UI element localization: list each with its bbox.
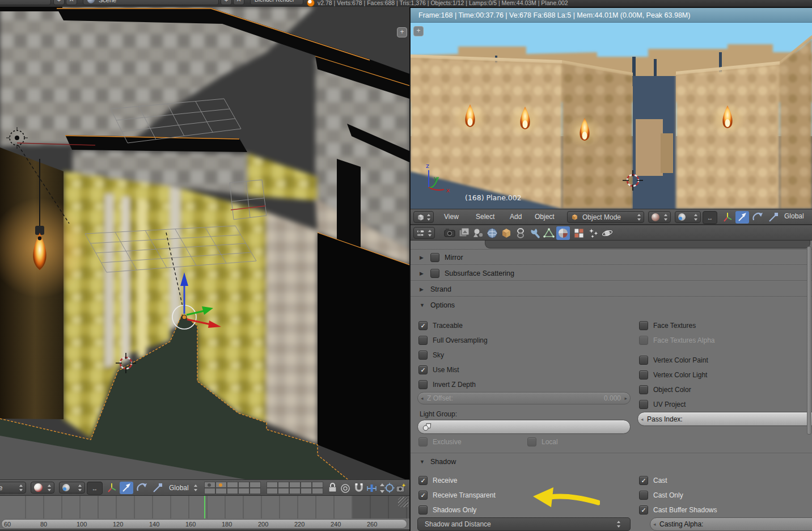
z-offset-slider[interactable]: Z Offset: 0.000 — [417, 392, 631, 404]
checkbox-sky[interactable]: Sky — [418, 348, 444, 363]
checkbox-icon[interactable] — [639, 491, 648, 500]
checkbox-icon[interactable] — [418, 380, 428, 389]
tab-physics[interactable] — [602, 230, 612, 237]
proportional-edit-icon[interactable] — [341, 484, 349, 492]
layer-cell[interactable] — [267, 488, 278, 494]
menu-view[interactable]: View — [444, 213, 459, 221]
area-divider[interactable] — [409, 7, 411, 531]
scene-dropdown[interactable]: Scene — [83, 0, 219, 5]
editor-type-button[interactable] — [413, 211, 434, 223]
tab-texture[interactable] — [574, 229, 583, 238]
layer-cell[interactable] — [238, 482, 249, 488]
menu-select[interactable]: Select — [476, 213, 494, 221]
menu-add[interactable]: Add — [510, 213, 522, 221]
screen-layout-dropdown[interactable]: Default — [0, 0, 51, 5]
panel-options[interactable]: ▼ Options — [420, 298, 455, 313]
panel-subsurface-scattering[interactable]: ▶ Subsurface Scattering — [420, 266, 514, 281]
checkbox-icon[interactable] — [418, 476, 428, 485]
checkbox-receive[interactable]: Receive — [418, 473, 457, 488]
layer-cell[interactable] — [215, 488, 227, 494]
scrollbar[interactable] — [807, 246, 811, 435]
checkbox-object-color[interactable]: Object Color — [639, 382, 691, 397]
layer-cell[interactable] — [227, 488, 238, 494]
layer-grid-2[interactable] — [267, 482, 323, 494]
layer-cell[interactable] — [289, 488, 301, 494]
tab-material-active[interactable] — [556, 226, 570, 240]
editor-type-button-props[interactable] — [413, 227, 435, 239]
checkbox-icon[interactable] — [418, 491, 428, 500]
panel-shadow[interactable]: ▼ Shadow — [420, 454, 456, 469]
orientation-dropdown-left[interactable]: Global — [169, 482, 200, 494]
manipulate-center-points-button-left[interactable]: ↔ — [87, 482, 103, 495]
shadow-method-dropdown[interactable]: Shadow and Distance — [417, 517, 631, 531]
snap-magnet-icon[interactable] — [356, 483, 363, 491]
add-layout-button[interactable]: + — [53, 0, 65, 5]
manipulator-buttons[interactable] — [721, 211, 782, 224]
tab-render[interactable] — [445, 229, 455, 237]
checkbox-icon[interactable] — [418, 365, 428, 374]
checkbox-icon[interactable] — [527, 437, 536, 446]
layer-cell[interactable] — [227, 482, 238, 488]
light-group-field[interactable] — [417, 420, 631, 434]
layer-cell[interactable] — [278, 488, 289, 494]
checkbox-icon[interactable] — [639, 385, 648, 394]
checkbox-receive-transparent[interactable]: Receive Transparent — [418, 488, 496, 503]
checkbox-icon[interactable] — [639, 476, 648, 485]
layer-cell[interactable] — [204, 482, 215, 488]
layer-cell[interactable] — [301, 482, 312, 488]
checkbox-icon[interactable] — [639, 356, 648, 365]
layer-cell[interactable] — [249, 482, 261, 488]
tab-render-layers[interactable] — [459, 228, 469, 237]
snap-element-icon[interactable] — [367, 484, 376, 492]
checkbox-shadows-only[interactable]: Shadows Only — [418, 503, 476, 517]
viewport-shading-dropdown[interactable] — [648, 211, 671, 223]
chevron-right-icon[interactable]: ▶ — [420, 255, 425, 260]
lock-to-scene-icon[interactable] — [329, 483, 336, 492]
chevron-down-icon[interactable]: ▼ — [420, 459, 425, 465]
manipulator-buttons-left[interactable] — [105, 482, 166, 494]
snap-center-icon[interactable] — [384, 483, 395, 493]
timeline-editor[interactable]: 6080100120140160180200220240260 — [0, 496, 409, 531]
tab-world[interactable] — [488, 229, 497, 238]
close-layout-button[interactable]: ✕ — [66, 0, 77, 5]
viewport-rendered[interactable]: z y x (168) Plane.002 — [410, 23, 812, 209]
checkbox-icon[interactable] — [639, 370, 648, 380]
render-engine-dropdown[interactable]: Blender Render — [250, 0, 303, 5]
checkbox-invert-z-depth[interactable]: Invert Z Depth — [418, 377, 476, 392]
checkbox-face-textures-alpha[interactable]: Face Textures Alpha — [639, 333, 715, 348]
layer-cell[interactable] — [301, 488, 312, 494]
layer-cell[interactable] — [204, 488, 215, 494]
layer-cell[interactable] — [289, 482, 301, 488]
casting-alpha-field[interactable]: Casting Alpha: — [650, 517, 812, 531]
render-viewport-add-region-button[interactable]: + — [413, 26, 424, 36]
scale-manipulator-button[interactable] — [769, 213, 778, 221]
checkbox-face-textures[interactable]: Face Textures — [639, 318, 696, 333]
mode-dropdown[interactable]: Object Mode — [567, 211, 644, 223]
tab-constraints[interactable] — [518, 229, 523, 238]
layer-cell-active[interactable] — [215, 482, 227, 488]
checkbox-icon[interactable] — [418, 351, 428, 360]
tab-particles[interactable] — [589, 229, 598, 238]
translate-manipulator-button[interactable] — [735, 211, 749, 224]
translate-manipulator-button[interactable] — [120, 482, 133, 494]
axis-widget-icon[interactable] — [724, 213, 731, 221]
mirror-checkbox[interactable] — [430, 253, 439, 262]
checkbox-full-oversampling[interactable]: Full Oversampling — [418, 333, 488, 348]
checkbox-icon[interactable] — [639, 505, 648, 515]
chevron-right-icon[interactable]: ▶ — [420, 286, 425, 292]
pivot-dropdown[interactable] — [675, 211, 701, 223]
axis-widget-icon[interactable] — [108, 483, 116, 492]
pass-index-field[interactable]: Pass Index: — [637, 412, 812, 426]
layer-cell[interactable] — [312, 482, 323, 488]
tab-scene[interactable] — [473, 229, 483, 237]
checkbox-icon[interactable] — [418, 321, 428, 330]
manipulate-center-points-button[interactable]: ↔ — [703, 211, 717, 224]
transform-orientation-dropdown[interactable]: Global — [784, 212, 804, 220]
scale-manipulator-button[interactable] — [154, 483, 162, 492]
timeline-playhead[interactable] — [204, 496, 205, 519]
layer-grid-1[interactable] — [204, 482, 261, 494]
checkbox-cast-only[interactable]: Cast Only — [639, 488, 683, 503]
chevron-down-icon[interactable]: ▼ — [420, 302, 425, 308]
pivot-dropdown-left[interactable] — [59, 482, 85, 494]
opengl-render-icon[interactable] — [396, 483, 405, 492]
